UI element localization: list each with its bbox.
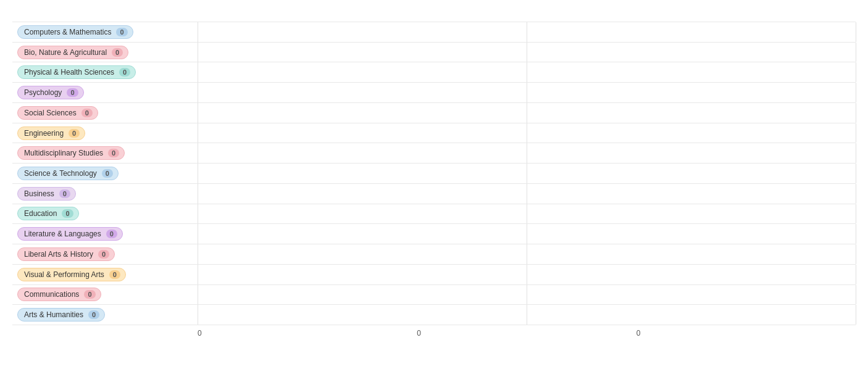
grid-line xyxy=(527,244,527,264)
bar-label: Social Sciences xyxy=(24,109,77,117)
grid-line xyxy=(198,224,198,244)
grid-line xyxy=(527,265,527,284)
bar-label-area: Arts & Humanities 0 xyxy=(12,305,198,324)
grid-line xyxy=(527,184,527,204)
bar-label-area: Communications 0 xyxy=(12,285,198,304)
bar-track xyxy=(198,305,856,325)
bar-pill: Social Sciences 0 xyxy=(17,106,98,120)
bar-pill: Communications 0 xyxy=(17,288,101,301)
bar-row: Social Sciences 0 xyxy=(12,103,856,123)
bar-row: Psychology 0 xyxy=(12,83,856,103)
grid-line xyxy=(856,43,856,62)
grid-line xyxy=(856,22,856,42)
bar-row: Liberal Arts & History 0 xyxy=(12,244,856,265)
bar-label: Psychology xyxy=(24,88,62,97)
x-axis-label: 0 xyxy=(417,329,636,338)
bar-pill: Education 0 xyxy=(17,207,79,220)
bar-row: Engineering 0 xyxy=(12,123,856,144)
grid-line xyxy=(856,265,856,284)
grid-line xyxy=(856,244,856,264)
bar-label-area: Liberal Arts & History 0 xyxy=(12,245,198,263)
bar-pill: Engineering 0 xyxy=(17,127,85,140)
grid-line xyxy=(856,143,856,163)
grid-line xyxy=(527,204,527,224)
grid-line xyxy=(527,22,527,42)
bar-label-area: Computers & Mathematics 0 xyxy=(12,23,198,41)
chart-container: Computers & Mathematics 0 Bio, Nature & … xyxy=(0,0,868,390)
grid-line xyxy=(527,123,527,143)
bar-label: Education xyxy=(24,209,57,218)
bar-value-badge: 0 xyxy=(109,270,120,279)
grid-line xyxy=(856,123,856,143)
bar-pill: Computers & Mathematics 0 xyxy=(17,25,133,39)
bar-label: Computers & Mathematics xyxy=(24,28,111,36)
bar-label: Science & Technology xyxy=(24,169,97,178)
grid-line xyxy=(527,83,527,102)
bar-pill: Business 0 xyxy=(17,187,76,201)
grid-container: Computers & Mathematics 0 Bio, Nature & … xyxy=(12,22,856,325)
bar-row: Business 0 xyxy=(12,184,856,204)
bar-track xyxy=(198,204,856,224)
x-axis: 000 xyxy=(198,325,856,338)
grid-line xyxy=(527,285,527,305)
bar-label: Engineering xyxy=(24,129,64,138)
bar-label: Communications xyxy=(24,290,79,299)
grid-line xyxy=(856,204,856,224)
bar-label-area: Bio, Nature & Agricultural 0 xyxy=(12,43,198,62)
bar-label-area: Social Sciences 0 xyxy=(12,104,198,122)
bar-label-area: Engineering 0 xyxy=(12,124,198,143)
bar-value-badge: 0 xyxy=(59,189,70,198)
grid-line xyxy=(198,244,198,264)
bar-track xyxy=(198,265,856,284)
bar-row: Multidisciplinary Studies 0 xyxy=(12,143,856,164)
grid-line xyxy=(856,305,856,325)
bar-label: Literature & Languages xyxy=(24,230,101,238)
bar-label: Visual & Performing Arts xyxy=(24,270,104,279)
bar-value-badge: 0 xyxy=(84,290,95,299)
bar-track xyxy=(198,164,856,183)
bar-track xyxy=(198,62,856,82)
grid-line xyxy=(198,103,198,123)
grid-line xyxy=(198,43,198,62)
bar-track xyxy=(198,143,856,163)
bar-pill: Visual & Performing Arts 0 xyxy=(17,268,126,281)
bar-value-badge: 0 xyxy=(88,310,99,319)
bar-value-badge: 0 xyxy=(81,109,93,117)
bar-row: Computers & Mathematics 0 xyxy=(12,22,856,43)
grid-line xyxy=(198,265,198,284)
bar-label-area: Multidisciplinary Studies 0 xyxy=(12,144,198,162)
grid-line xyxy=(527,305,527,325)
bar-pill: Physical & Health Sciences 0 xyxy=(17,65,136,79)
grid-line xyxy=(856,62,856,82)
grid-line xyxy=(198,143,198,163)
grid-line xyxy=(198,184,198,204)
grid-line xyxy=(198,22,198,42)
bar-label: Physical & Health Sciences xyxy=(24,68,114,77)
bar-value-badge: 0 xyxy=(98,250,109,259)
bar-row: Visual & Performing Arts 0 xyxy=(12,265,856,285)
bar-value-badge: 0 xyxy=(102,169,113,178)
grid-line xyxy=(856,164,856,183)
chart-area: Computers & Mathematics 0 Bio, Nature & … xyxy=(12,22,856,338)
bar-track xyxy=(198,184,856,204)
bar-label-area: Education 0 xyxy=(12,204,198,223)
bar-label: Business xyxy=(24,189,54,198)
bar-value-badge: 0 xyxy=(108,149,119,157)
bar-row: Literature & Languages 0 xyxy=(12,224,856,244)
grid-line xyxy=(198,123,198,143)
bar-pill: Science & Technology 0 xyxy=(17,167,119,180)
bar-row: Physical & Health Sciences 0 xyxy=(12,62,856,83)
grid-line xyxy=(198,204,198,224)
bars-section: Computers & Mathematics 0 Bio, Nature & … xyxy=(12,22,856,325)
grid-line xyxy=(527,164,527,183)
bar-value-badge: 0 xyxy=(69,129,80,138)
bar-row: Bio, Nature & Agricultural 0 xyxy=(12,43,856,63)
grid-line xyxy=(198,62,198,82)
bar-label-area: Visual & Performing Arts 0 xyxy=(12,265,198,284)
bar-row: Education 0 xyxy=(12,204,856,225)
bar-pill: Multidisciplinary Studies 0 xyxy=(17,146,125,160)
bar-track xyxy=(198,83,856,102)
grid-line xyxy=(527,103,527,123)
bar-pill: Liberal Arts & History 0 xyxy=(17,247,115,261)
grid-line xyxy=(856,184,856,204)
